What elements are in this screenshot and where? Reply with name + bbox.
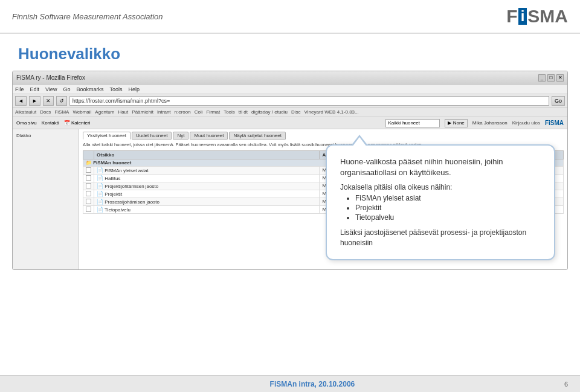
- search-button[interactable]: ▶ None: [445, 119, 467, 127]
- row-checkbox[interactable]: [86, 175, 91, 181]
- bookmark-fisma[interactable]: FiSMA: [54, 109, 69, 115]
- minimize-button[interactable]: _: [538, 74, 546, 82]
- logo-sma-text: SMA: [527, 6, 568, 27]
- sidebar-item-dlakko[interactable]: Dlakko: [14, 132, 77, 140]
- stop-button[interactable]: ✕: [43, 96, 54, 106]
- app-fisma-logo: FiSMA: [545, 120, 564, 126]
- maximize-button[interactable]: □: [547, 74, 555, 82]
- browser-nav-links: Oma sivu Kontakti 📅 Kalenteri: [16, 120, 91, 126]
- tab-nyt[interactable]: Nyt: [173, 132, 188, 140]
- bookmark-haut[interactable]: Haut: [118, 109, 128, 115]
- menu-file[interactable]: File: [15, 86, 24, 92]
- bookmark-ttl[interactable]: ttl dt: [239, 109, 248, 115]
- menu-tools[interactable]: Tools: [109, 86, 122, 92]
- bookmark-vineyard[interactable]: Vineyard WEB 4.1-0.83...: [304, 109, 359, 115]
- tooltip-list: FiSMAn yleiset asiat Projektit Tietopalv…: [355, 194, 541, 222]
- bookmark-docs[interactable]: Docs: [40, 109, 51, 115]
- close-button[interactable]: ✕: [556, 74, 564, 82]
- browser-user-controls: ▶ None Mika Johansson Kirjaudu ulos FiSM…: [385, 119, 564, 127]
- tab-muut[interactable]: Muut huoneet: [190, 132, 228, 140]
- tooltip-bubble: Huone-valikosta pääset niihin huoneisiin…: [326, 144, 555, 260]
- browser-sidebar: Dlakko: [13, 129, 79, 270]
- refresh-button[interactable]: ↺: [56, 96, 67, 106]
- room-name[interactable]: 📄 Projektijohtämisen jaosto: [94, 182, 320, 190]
- go-button[interactable]: Go: [552, 96, 565, 106]
- row-checkbox[interactable]: [86, 199, 91, 204]
- menu-go[interactable]: Go: [63, 86, 70, 92]
- room-name[interactable]: 📄 Projektit: [94, 190, 320, 198]
- room-name[interactable]: 📄 Hallitus: [94, 174, 320, 182]
- tab-suljetut[interactable]: Näytä suljetut huoneet: [229, 132, 286, 140]
- browser-app-header: Oma sivu Kontakti 📅 Kalenteri ▶ None Mik…: [13, 117, 567, 129]
- tab-uudet[interactable]: Uudet huoneet: [132, 132, 172, 140]
- tooltip-main-text: Huone-valikosta pääset niihin huoneisiin…: [340, 156, 541, 178]
- forward-button[interactable]: ►: [29, 96, 40, 106]
- search-input[interactable]: [385, 119, 440, 127]
- page-header: Finnish Software Measurement Association…: [0, 0, 580, 33]
- menu-help[interactable]: Help: [128, 86, 140, 92]
- browser-screenshot: FiSMA ry - Mozilla Firefox _ □ ✕ File Ed…: [12, 71, 568, 270]
- organization-title: Finnish Software Measurement Association: [12, 12, 163, 21]
- row-checkbox[interactable]: [86, 167, 91, 173]
- footer-center: FiSMAn intra, 20.10.2006: [60, 380, 564, 388]
- col-name: Otsikko: [94, 150, 320, 159]
- bookmarks-bar: Aikataulut Docs FiSMA Webmail Agentum Ha…: [13, 108, 567, 117]
- room-name[interactable]: 📄 FiSMAn yleiset asiat: [94, 166, 320, 174]
- tab-yksityiset[interactable]: Yksityiset huoneet: [83, 132, 130, 140]
- browser-tabs: Yksityiset huoneet Uudet huoneet Nyt Muu…: [83, 132, 564, 140]
- bookmark-neroon[interactable]: n:eroon: [175, 109, 191, 115]
- row-checkbox[interactable]: [86, 191, 91, 196]
- bookmark-coli[interactable]: Coli: [195, 109, 203, 115]
- browser-window-controls: _ □ ✕: [538, 74, 564, 82]
- url-bar[interactable]: [69, 96, 549, 106]
- row-checkbox[interactable]: [86, 183, 91, 188]
- list-item: FiSMAn yleiset asiat: [355, 194, 541, 202]
- menu-view[interactable]: View: [45, 86, 57, 92]
- list-item: Tietopalvelu: [355, 213, 541, 222]
- row-checkbox[interactable]: [86, 207, 91, 212]
- bookmark-intrant[interactable]: Intrant: [157, 109, 171, 115]
- room-name[interactable]: 📄 Tietopalvelu: [94, 205, 320, 213]
- browser-toolbar: ◄ ► ✕ ↺ Go: [13, 94, 567, 108]
- menu-edit[interactable]: Edit: [30, 86, 40, 92]
- browser-titlebar: FiSMA ry - Mozilla Firefox _ □ ✕: [13, 71, 567, 85]
- bookmark-disc[interactable]: Disc: [291, 109, 301, 115]
- browser-menubar: File Edit View Go Bookmarks Tools Help: [13, 85, 567, 94]
- col-check: [83, 150, 94, 159]
- bookmark-agentum[interactable]: Agentum: [95, 109, 114, 115]
- bookmark-aikataulut[interactable]: Aikataulut: [15, 109, 36, 115]
- footer-page-number: 6: [564, 381, 568, 388]
- room-name[interactable]: 📄 Prosessijohämisen jaosto: [94, 198, 320, 205]
- tooltip-extra-text: Lisäksi jaostojäsenet pääsevät prosessi-…: [340, 228, 541, 248]
- bookmark-digitsday[interactable]: digitsday / etudiu: [251, 109, 288, 115]
- bookmark-firmat[interactable]: Firmat: [206, 109, 220, 115]
- list-item: Projektit: [355, 204, 541, 212]
- bookmark-webmail[interactable]: Webmail: [72, 109, 91, 115]
- page-title: Huonevalikko: [0, 34, 580, 71]
- bookmark-tools[interactable]: Tools: [224, 109, 235, 115]
- tooltip-sub-text: Jokaisella pitäisi olla oikeus näihin:: [340, 183, 541, 191]
- page-footer: FiSMAn intra, 20.10.2006 6: [0, 375, 580, 392]
- nav-kontakt[interactable]: Kontakti: [42, 120, 59, 126]
- nav-oma-sivu[interactable]: Oma sivu: [16, 120, 37, 126]
- user-name: Mika Johansson: [472, 120, 507, 126]
- login-button[interactable]: Kirjaudu ulos: [512, 120, 540, 126]
- bookmark-paämiehit[interactable]: Päämiehit: [132, 109, 153, 115]
- browser-title: FiSMA ry - Mozilla Firefox: [16, 74, 85, 81]
- fisma-logo: F i SMA: [506, 6, 568, 27]
- back-button[interactable]: ◄: [15, 96, 27, 106]
- menu-bookmarks[interactable]: Bookmarks: [76, 86, 103, 92]
- nav-kalenteri[interactable]: 📅 Kalenteri: [64, 120, 91, 126]
